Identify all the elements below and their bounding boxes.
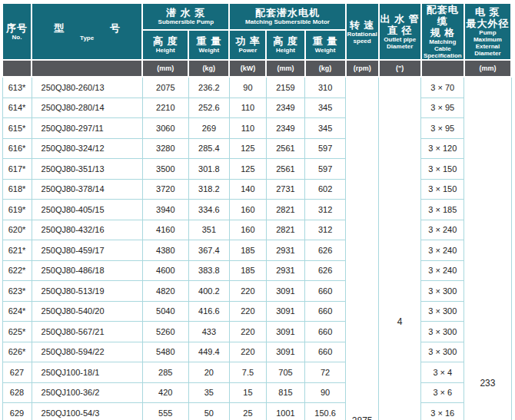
table-row: 628250QJ100-36/24203515815903 × 6 [2, 382, 511, 403]
motor-height-value: 2349 [266, 118, 304, 139]
motor-weight-value: 345 [305, 118, 346, 139]
row-type: 250QJ80-405/15 [32, 200, 142, 220]
pump-height-value: 3940 [142, 200, 188, 220]
pump-height-value: 285 [142, 362, 188, 383]
row-type: 250QJ80-432/16 [32, 220, 142, 240]
power-value: 25 [229, 403, 266, 420]
cable-value: 3 × 185 [421, 200, 464, 220]
header-speed-en: Rotational speed [347, 31, 378, 45]
pump-weight-value: 334.6 [188, 200, 229, 220]
header-power-en: Power [230, 47, 265, 54]
cable-value: 3 × 300 [421, 322, 464, 342]
power-value: 160 [229, 200, 266, 220]
motor-weight-value: 626 [305, 240, 346, 261]
row-type: 250QJ80-378/14 [32, 179, 142, 200]
table-row: 613*250QJ80-260/132075236.29021593102875… [2, 77, 511, 98]
row-no: 628 [2, 382, 32, 403]
unit-no-blank [2, 60, 32, 77]
motor-height-value: 3091 [266, 301, 304, 322]
motor-weight-value: 310 [305, 77, 346, 98]
motor-height-value: 705 [266, 362, 304, 383]
row-no: 617* [2, 159, 32, 180]
header-maxdia: 电 泵 最大外径 Pump Maximum External Diameter [464, 3, 511, 60]
cable-value: 3 × 300 [421, 301, 464, 322]
motor-weight-value: 90 [305, 382, 346, 403]
pump-height-value: 420 [142, 382, 188, 403]
motor-weight-value: 626 [305, 260, 346, 281]
header-pump-weight-zh: 重 量 [189, 35, 228, 47]
pump-weight-value: 367.4 [188, 240, 229, 261]
table-row: 621*250QJ80-459/174380367.418529316263 ×… [2, 240, 511, 261]
power-value: 110 [229, 118, 266, 139]
unit-cable [421, 60, 464, 77]
header-motor-height-zh: 高 度 [267, 35, 304, 47]
pump-weight-value: 236.2 [188, 77, 229, 98]
cable-value: 3 × 300 [421, 281, 464, 302]
header-motor-weight-en: Weight [306, 47, 345, 54]
table-row: 622*250QJ80-486/184600383.818529316263 ×… [2, 260, 511, 281]
row-type: 250QJ80-297/11 [32, 118, 142, 139]
motor-weight-value: 597 [305, 138, 346, 159]
motor-height-value: 2821 [266, 220, 304, 240]
motor-weight-value: 660 [305, 322, 346, 342]
pump-height-value: 2075 [142, 77, 188, 98]
motor-height-value: 2821 [266, 200, 304, 220]
row-type: 250QJ80-280/14 [32, 98, 142, 118]
header-motor-height-en: Height [267, 47, 304, 54]
row-no: 613* [2, 77, 32, 98]
table-body: 613*250QJ80-260/132075236.29021593102875… [2, 77, 511, 420]
row-no: 618* [2, 179, 32, 200]
header-speed-zh: 转 速 [347, 19, 378, 31]
unit-outlet: (") [379, 60, 421, 77]
unit-pump-weight: (kg) [188, 60, 229, 77]
header-no-zh: 序号 [3, 22, 31, 34]
header-pump-group-zh: 潜 水 泵 [143, 7, 228, 18]
motor-height-value: 815 [266, 382, 304, 403]
motor-weight-value: 150.6 [305, 403, 346, 420]
header-motor-height: 高 度 Height [266, 30, 304, 60]
row-type: 250QJ80-459/17 [32, 240, 142, 261]
header-pump-height: 高 度 Height [142, 30, 188, 60]
unit-motor-height: (mm) [266, 60, 304, 77]
motor-height-value: 3091 [266, 281, 304, 302]
pump-height-value: 3280 [142, 138, 188, 159]
pump-height-value: 4820 [142, 281, 188, 302]
cable-value: 3 × 16 [421, 403, 464, 420]
header-power: 功 率 Power [229, 30, 266, 60]
pump-weight-value: 269 [188, 118, 229, 139]
header-cable-en: Matching Cable Specification [422, 38, 464, 59]
header-motor-group-zh: 配套潜水电机 [230, 7, 344, 18]
unit-speed: (rpm) [346, 60, 379, 77]
row-type: 250QJ80-594/22 [32, 342, 142, 362]
row-type: 250QJ100-54/3 [32, 403, 142, 420]
outlet-merged-cell: 4 [379, 77, 421, 420]
header-outlet-zh2: 直 径 [380, 25, 420, 36]
header-pump-group-en: Submersible Pump [143, 18, 228, 25]
table-row: 615*250QJ80-297/11306026911023493453 × 9… [2, 118, 511, 139]
table-row: 629250QJ100-54/355550251001150.63 × 16 [2, 403, 511, 420]
motor-weight-value: 345 [305, 98, 346, 118]
pump-height-value: 3500 [142, 159, 188, 180]
header-type-zh: 型 号 [32, 22, 141, 35]
power-value: 110 [229, 98, 266, 118]
unit-maxdia: (mm) [464, 60, 511, 77]
pump-weight-value: 383.8 [188, 260, 229, 281]
pump-height-value: 3720 [142, 179, 188, 200]
header-cable-zh1: 配套电缆 [422, 4, 464, 27]
motor-height-value: 3091 [266, 342, 304, 362]
row-type: 250QJ80-324/12 [32, 138, 142, 159]
pump-weight-value: 252.6 [188, 98, 229, 118]
row-type: 250QJ100-36/2 [32, 382, 142, 403]
pump-height-value: 5260 [142, 322, 188, 342]
pump-height-value: 2210 [142, 98, 188, 118]
unit-pump-height: (mm) [142, 60, 188, 77]
row-type: 250QJ80-513/19 [32, 281, 142, 302]
power-value: 15 [229, 382, 266, 403]
pump-spec-table: 序号 No. 型 号 Type 潜 水 泵 Submersible Pump 配… [2, 2, 512, 420]
header-type: 型 号 Type [32, 3, 142, 60]
motor-height-value: 2561 [266, 138, 304, 159]
table-row: 617*250QJ80-351/133500301.812525615973 ×… [2, 159, 511, 180]
pump-weight-value: 351 [188, 220, 229, 240]
power-value: 125 [229, 159, 266, 180]
header-motor-group: 配套潜水电机 Matching Submersible Motor [229, 3, 345, 30]
